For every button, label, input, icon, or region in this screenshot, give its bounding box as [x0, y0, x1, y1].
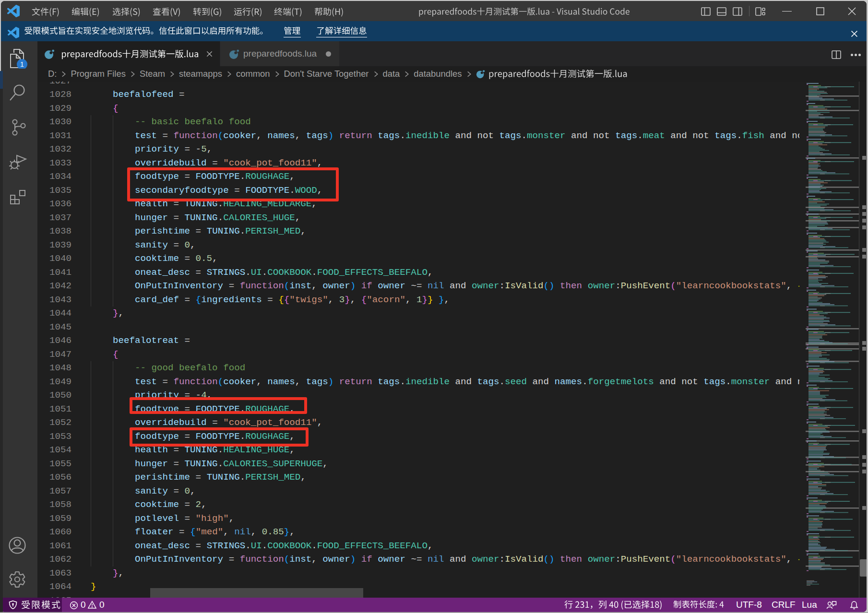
svg-text:1: 1 — [20, 60, 24, 68]
